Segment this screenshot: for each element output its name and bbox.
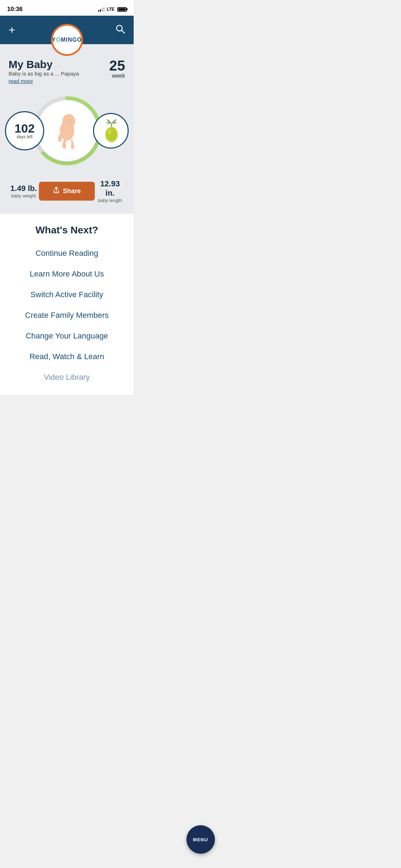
status-time: 10:36 <box>7 6 22 13</box>
length-value: 12.93 in. <box>95 179 125 198</box>
whats-next-title: What's Next? <box>7 224 127 236</box>
days-left-circle: 102 days left <box>5 111 44 150</box>
length-label: baby length <box>95 198 125 203</box>
baby-header: My Baby Baby is as big as a ... Papaya r… <box>9 58 125 84</box>
menu-item-continue-reading[interactable]: Continue Reading <box>7 243 127 264</box>
week-display: 25 week <box>109 58 125 79</box>
baby-info-left: My Baby Baby is as big as a ... Papaya r… <box>9 58 79 84</box>
battery-icon <box>117 7 127 12</box>
menu-item-change-language[interactable]: Change Your Language <box>7 326 127 346</box>
signal-icon <box>98 7 104 12</box>
menu-item-learn-more[interactable]: Learn More About Us <box>7 264 127 284</box>
share-button[interactable]: Share <box>39 182 95 201</box>
logo-ring: YOMINGO <box>51 24 83 56</box>
baby-inner-circle <box>37 100 97 161</box>
status-icons: LTE <box>98 7 127 12</box>
baby-section: My Baby Baby is as big as a ... Papaya r… <box>0 44 134 214</box>
fruit-circle <box>93 113 129 149</box>
logo-container: YOMINGO <box>51 24 83 56</box>
weight-stat: 1.49 lb. baby weight <box>9 184 39 198</box>
status-bar: 10:36 LTE <box>0 0 134 16</box>
lte-label: LTE <box>107 7 114 12</box>
length-stat: 12.93 in. baby length <box>95 179 125 203</box>
svg-line-1 <box>122 30 124 33</box>
logo-inner: YOMINGO <box>53 26 81 54</box>
baby-illustration <box>51 111 83 150</box>
menu-item-create-family[interactable]: Create Family Members <box>7 305 127 326</box>
papaya-illustration <box>100 118 122 143</box>
days-number: 102 <box>15 122 35 134</box>
svg-point-11 <box>108 129 111 135</box>
baby-subtitle: Baby is as big as a ... Papaya <box>9 71 79 77</box>
add-button[interactable]: + <box>9 24 15 36</box>
stats-row: 1.49 lb. baby weight Share 12.93 in. bab… <box>9 174 125 207</box>
weight-label: baby weight <box>9 193 39 198</box>
menu-item-switch-facility[interactable]: Switch Active Facility <box>7 284 127 305</box>
svg-point-7 <box>70 119 72 121</box>
weight-value: 1.49 lb. <box>9 184 39 193</box>
week-label: week <box>109 73 125 79</box>
week-number: 25 <box>109 58 125 73</box>
whats-next-section: What's Next? Continue Reading Learn More… <box>0 214 134 395</box>
svg-point-5 <box>60 121 74 141</box>
read-more-link[interactable]: read more <box>9 78 33 84</box>
header: + YOMINGO <box>0 16 134 44</box>
svg-point-9 <box>106 127 117 141</box>
baby-visual: 102 days left <box>9 92 125 170</box>
baby-title: My Baby <box>9 58 79 71</box>
menu-item-video-library[interactable]: Video Library <box>7 367 127 388</box>
days-label: days left <box>17 134 33 139</box>
menu-item-read-watch[interactable]: Read, Watch & Learn <box>7 346 127 367</box>
search-button[interactable] <box>115 24 125 36</box>
share-label: Share <box>63 187 81 195</box>
svg-point-6 <box>66 119 67 121</box>
logo-text: YOMINGO <box>52 37 82 43</box>
share-icon <box>53 187 60 196</box>
